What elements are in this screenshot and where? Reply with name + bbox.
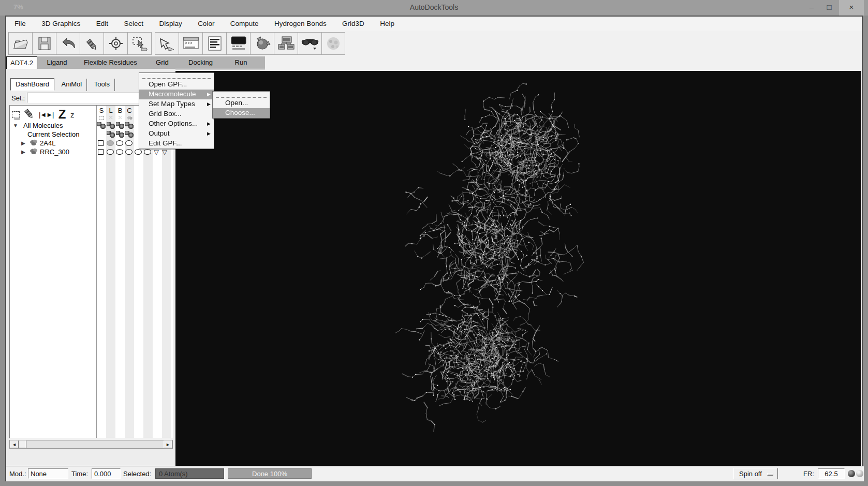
mode-tabstrip: ADT4.2 Ligand Flexible Residues Grid Doc…	[6, 56, 265, 69]
column-header-lines[interactable]: L	[106, 107, 115, 114]
tree-row-label[interactable]: RRC_300	[40, 148, 69, 156]
time-value-field: 0.000	[92, 468, 121, 479]
spheres-icon[interactable]	[97, 122, 106, 129]
column-header-bonds[interactable]: B	[115, 107, 125, 114]
surface-toggle[interactable]	[144, 149, 151, 155]
maximize-button[interactable]: □	[820, 0, 838, 16]
menu-item-compute[interactable]: Compute	[224, 17, 266, 27]
molecule-icon	[30, 148, 38, 155]
expander-icon[interactable]: ▼	[13, 123, 18, 128]
select-region-icon[interactable]	[12, 111, 20, 118]
window-title: AutoDockTools	[0, 3, 868, 11]
bonds-toggle[interactable]	[116, 149, 123, 155]
texture-sphere-button[interactable]	[321, 32, 345, 55]
spheres-icon[interactable]	[116, 131, 124, 138]
triangle-down-icon[interactable]: ▽	[154, 148, 159, 156]
menu-item-file[interactable]: File	[6, 17, 33, 27]
close-button[interactable]: ×	[839, 0, 864, 16]
menu-item-3d-graphics[interactable]: 3D Graphics	[35, 17, 87, 27]
scroll-right-icon[interactable]: ►	[164, 440, 172, 448]
tab-adt42[interactable]: ADT4.2	[6, 56, 37, 69]
scrollbar-thumb[interactable]	[19, 440, 26, 448]
spheres-icon[interactable]	[125, 131, 134, 138]
menu-item-help[interactable]: Help	[373, 17, 401, 27]
bonds-toggle[interactable]	[116, 140, 123, 146]
tab-grid[interactable]: Grid	[153, 56, 172, 69]
small-z-icon[interactable]: z	[70, 110, 75, 119]
menu-item-grid-box[interactable]: Grid Box...	[139, 109, 214, 119]
tab-animol[interactable]: AniMol	[57, 79, 87, 91]
minimize-button[interactable]: –	[803, 0, 820, 16]
indicator-ball-dark[interactable]	[848, 470, 855, 477]
open-file-button[interactable]	[8, 32, 32, 55]
expand-arrows-icon[interactable]: |◄►|	[39, 111, 54, 119]
tab-flexible-residues[interactable]: Flexible Residues	[81, 56, 140, 69]
viewport-3d[interactable]	[175, 71, 861, 466]
spheres-icon[interactable]	[107, 131, 115, 138]
submenu-item-open[interactable]: Open...	[213, 98, 270, 108]
console-keypad-button[interactable]	[226, 32, 250, 55]
menu-item-output[interactable]: Output▶	[139, 129, 214, 139]
center-target-button[interactable]	[104, 32, 127, 55]
color-toggle[interactable]	[125, 140, 133, 146]
tab-dashboard[interactable]: DashBoard	[10, 78, 54, 91]
menu-item-open-gpf[interactable]: Open GPF...	[139, 80, 214, 90]
menu-item-select[interactable]: Select	[117, 17, 150, 27]
menu-tearoff-handle[interactable]	[142, 75, 211, 79]
spheres-icon[interactable]	[116, 122, 124, 129]
show-checkbox[interactable]	[98, 149, 104, 155]
log-lines-button[interactable]	[202, 32, 226, 55]
menu-item-display[interactable]: Display	[152, 17, 188, 27]
color-toggle[interactable]	[125, 149, 133, 155]
column-color-icon	[125, 115, 134, 121]
label-pencil-icon[interactable]	[23, 108, 35, 121]
tree-horizontal-scrollbar[interactable]: ◄ ►	[9, 440, 173, 449]
spin-menu-button[interactable]: Spin off	[733, 468, 778, 479]
menu-item-hydrogen-bonds[interactable]: Hydrogen Bonds	[268, 17, 333, 27]
menu-item-macromolecule[interactable]: Macromolecule▶	[139, 90, 214, 99]
menu-item-set-map-types[interactable]: Set Map Types▶	[139, 99, 214, 109]
menu-item-edit-gpf[interactable]: Edit GPF...	[139, 139, 214, 149]
lines-toggle[interactable]	[107, 149, 114, 155]
column-header-show[interactable]: S	[97, 107, 106, 114]
expander-icon[interactable]: ▶	[21, 149, 25, 155]
python-shell-button[interactable]	[179, 32, 202, 55]
menu-item-color[interactable]: Color	[191, 17, 221, 27]
indicator-ball-light[interactable]	[856, 470, 863, 477]
menu-item-other-options[interactable]: Other Options...▶	[139, 119, 214, 129]
status-bar: Mod.: None Time: 0.000 Selected: 0 Atom(…	[6, 466, 864, 481]
tab-run[interactable]: Run	[232, 56, 251, 69]
pencil-tool-button[interactable]	[80, 32, 104, 55]
menu-item-edit[interactable]: Edit	[90, 17, 115, 27]
show-checkbox[interactable]	[98, 140, 104, 146]
workstation-button[interactable]	[274, 32, 298, 55]
ribbon-toggle[interactable]	[135, 149, 142, 155]
lines-toggle[interactable]	[107, 140, 114, 146]
fr-value-field[interactable]: 62.5	[818, 468, 845, 479]
big-z-icon[interactable]: Z	[58, 107, 66, 122]
tab-tools[interactable]: Tools	[90, 79, 115, 91]
tab-docking[interactable]: Docking	[185, 56, 216, 69]
tree-row-label[interactable]: Current Selection	[27, 130, 79, 138]
menu-item-grid3d[interactable]: Grid3D	[335, 17, 371, 27]
tab-ligand[interactable]: Ligand	[44, 56, 70, 69]
save-button[interactable]	[32, 32, 56, 55]
column-header-color[interactable]: C	[125, 107, 134, 114]
tree-row-rrc300[interactable]: ▶ RRC_300 ▽ ▽	[10, 148, 172, 157]
spheres-icon[interactable]	[107, 122, 115, 129]
submenu-item-choose[interactable]: Choose...	[213, 108, 270, 118]
toolbar-divider	[151, 32, 155, 55]
select-move-button[interactable]	[127, 32, 151, 55]
trackball-button[interactable]	[250, 32, 274, 55]
menu-tearoff-handle[interactable]	[216, 93, 267, 98]
tree-row-label[interactable]: All Molecules	[23, 122, 63, 129]
tree-row-label[interactable]: 2A4L	[40, 139, 55, 147]
molecule-render[interactable]	[175, 71, 861, 466]
scroll-left-icon[interactable]: ◄	[10, 440, 19, 448]
triangle-down-icon[interactable]: ▽	[162, 148, 167, 156]
undo-button[interactable]	[56, 32, 80, 55]
hand-pointer-button[interactable]	[155, 32, 179, 55]
spheres-icon[interactable]	[125, 122, 134, 129]
expander-icon[interactable]: ▶	[21, 140, 25, 146]
stereo-glasses-button[interactable]	[298, 32, 321, 55]
